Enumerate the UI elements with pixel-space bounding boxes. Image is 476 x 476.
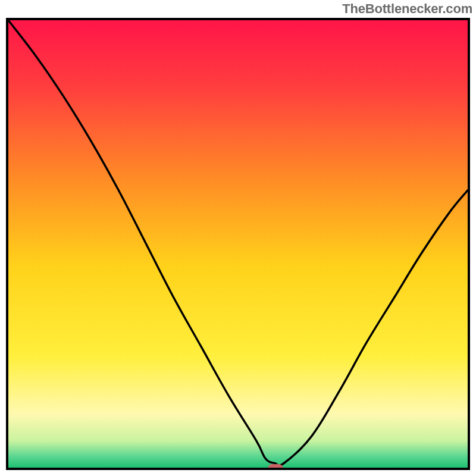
optimal-point-marker [268, 464, 283, 470]
bottleneck-curve [8, 20, 468, 468]
chart-frame [6, 18, 470, 470]
watermark-text: TheBottlenecker.com [342, 1, 472, 17]
